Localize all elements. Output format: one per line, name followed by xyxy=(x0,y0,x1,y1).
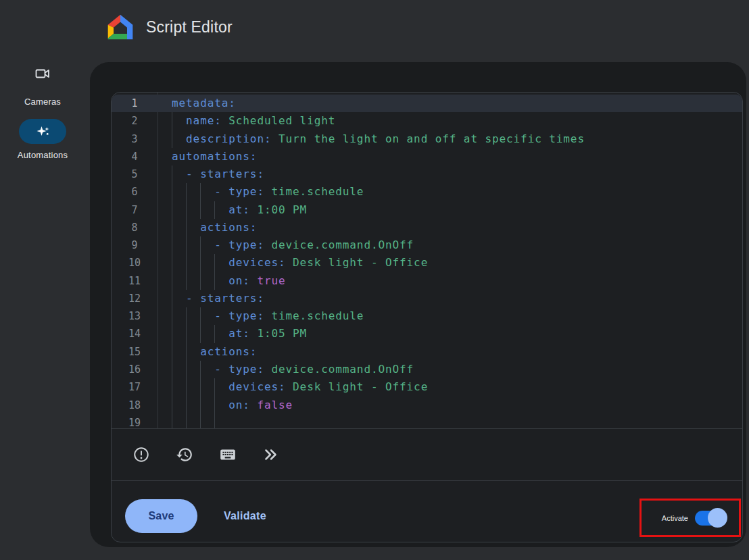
code-line[interactable]: 10 devices: Desk light - Office xyxy=(112,254,742,272)
code-text: devices: Desk light - Office xyxy=(158,254,742,272)
annotation-highlight-box: Activate xyxy=(639,499,741,537)
history-icon xyxy=(176,446,193,463)
line-number: 11 xyxy=(112,272,158,290)
line-number: 1 xyxy=(112,95,158,112)
indent-guide xyxy=(186,201,187,219)
code-text xyxy=(158,414,742,428)
code-line[interactable]: 9 - type: device.command.OnOff xyxy=(112,236,742,254)
line-number: 15 xyxy=(112,343,158,361)
code-text: devices: Desk light - Office xyxy=(158,378,742,396)
error-icon xyxy=(132,446,150,463)
indent-guide xyxy=(172,254,172,272)
line-number: 10 xyxy=(112,254,158,272)
code-text: - starters: xyxy=(158,290,742,307)
code-text: automations: xyxy=(158,148,742,166)
code-line[interactable]: 13 - type: time.schedule xyxy=(112,307,742,325)
code-text: actions: xyxy=(158,343,742,361)
code-line[interactable]: 6 - type: time.schedule xyxy=(112,183,742,201)
code-line[interactable]: 19 xyxy=(112,414,742,428)
code-area[interactable]: 1metadata:2 name: Scheduled light3 descr… xyxy=(112,93,742,428)
code-line[interactable]: 12 - starters: xyxy=(112,290,742,307)
indent-guide xyxy=(214,397,215,414)
indent-guide xyxy=(200,201,201,219)
indent-guide xyxy=(200,236,201,254)
indent-guide xyxy=(172,272,172,290)
indent-guide xyxy=(214,378,215,396)
validate-button[interactable]: Validate xyxy=(214,499,276,533)
line-number: 4 xyxy=(112,148,158,166)
indent-guide xyxy=(200,414,201,428)
code-text: - starters: xyxy=(158,166,742,183)
error-button[interactable] xyxy=(132,445,151,464)
page-title: Script Editor xyxy=(146,18,233,36)
code-text: at: 1:00 PM xyxy=(158,201,742,219)
indent-guide xyxy=(172,397,172,414)
indent-guide xyxy=(186,325,187,342)
indent-guide xyxy=(186,183,187,201)
code-line[interactable]: 8 actions: xyxy=(112,219,742,236)
code-text: description: Turn the light on and off a… xyxy=(158,130,742,148)
code-line[interactable]: 5 - starters: xyxy=(112,166,742,183)
indent-guide xyxy=(200,397,201,414)
indent-guide xyxy=(200,361,201,378)
line-number: 3 xyxy=(112,130,158,148)
indent-guide xyxy=(214,272,215,290)
indent-guide xyxy=(186,236,187,254)
indent-guide xyxy=(214,414,215,428)
code-line[interactable]: 11 on: true xyxy=(112,272,742,290)
code-line[interactable]: 15 actions: xyxy=(112,343,742,361)
indent-guide xyxy=(172,290,172,307)
sidebar-item-automations[interactable] xyxy=(19,119,66,144)
code-text: actions: xyxy=(158,219,742,236)
indent-guide xyxy=(186,361,187,378)
line-number: 5 xyxy=(112,166,158,183)
save-button[interactable]: Save xyxy=(125,499,197,533)
code-text: - type: time.schedule xyxy=(158,183,742,201)
indent-guide xyxy=(200,325,201,342)
sidebar-item-label: Cameras xyxy=(0,97,85,107)
videocam-icon xyxy=(34,66,51,82)
line-number: 13 xyxy=(112,307,158,325)
code-text: metadata: xyxy=(158,95,742,112)
code-line[interactable]: 7 at: 1:00 PM xyxy=(112,201,742,219)
indent-guide xyxy=(172,183,172,201)
code-line[interactable]: 2 name: Scheduled light xyxy=(112,112,742,130)
code-line[interactable]: 1metadata: xyxy=(112,95,742,112)
code-line[interactable]: 18 on: false xyxy=(112,397,742,414)
code-line[interactable]: 16 - type: device.command.OnOff xyxy=(112,361,742,378)
indent-guide xyxy=(186,378,187,396)
indent-guide xyxy=(200,183,201,201)
line-number: 12 xyxy=(112,290,158,307)
code-line[interactable]: 3 description: Turn the light on and off… xyxy=(112,130,742,148)
code-editor[interactable]: 1metadata:2 name: Scheduled light3 descr… xyxy=(111,92,743,542)
editor-toolbar xyxy=(112,428,742,480)
keyboard-button[interactable] xyxy=(218,445,237,464)
line-number: 2 xyxy=(112,112,158,130)
line-number: 7 xyxy=(112,201,158,219)
editor-action-bar: Save Validate Activate xyxy=(112,480,742,542)
line-number: 6 xyxy=(112,183,158,201)
indent-guide xyxy=(200,272,201,290)
line-number: 19 xyxy=(112,414,158,428)
double-chevron-button[interactable] xyxy=(262,445,281,464)
activate-toggle[interactable] xyxy=(695,511,726,526)
indent-guide xyxy=(214,325,215,342)
line-number: 17 xyxy=(112,378,158,396)
indent-guide xyxy=(172,307,172,325)
indent-guide xyxy=(186,254,187,272)
sidebar-item-cameras[interactable]: Cameras xyxy=(0,66,85,107)
indent-guide xyxy=(172,325,172,342)
line-number: 14 xyxy=(112,325,158,342)
code-line[interactable]: 14 at: 1:05 PM xyxy=(112,325,742,342)
indent-guide xyxy=(186,343,187,361)
code-line[interactable]: 17 devices: Desk light - Office xyxy=(112,378,742,396)
history-button[interactable] xyxy=(175,445,194,464)
indent-guide xyxy=(172,166,172,183)
indent-guide xyxy=(186,307,187,325)
sparkle-icon xyxy=(34,124,51,140)
indent-guide xyxy=(172,414,172,428)
code-text: - type: time.schedule xyxy=(158,307,742,325)
code-line[interactable]: 4automations: xyxy=(112,148,742,166)
google-home-logo-icon xyxy=(107,14,134,41)
indent-guide xyxy=(172,236,172,254)
